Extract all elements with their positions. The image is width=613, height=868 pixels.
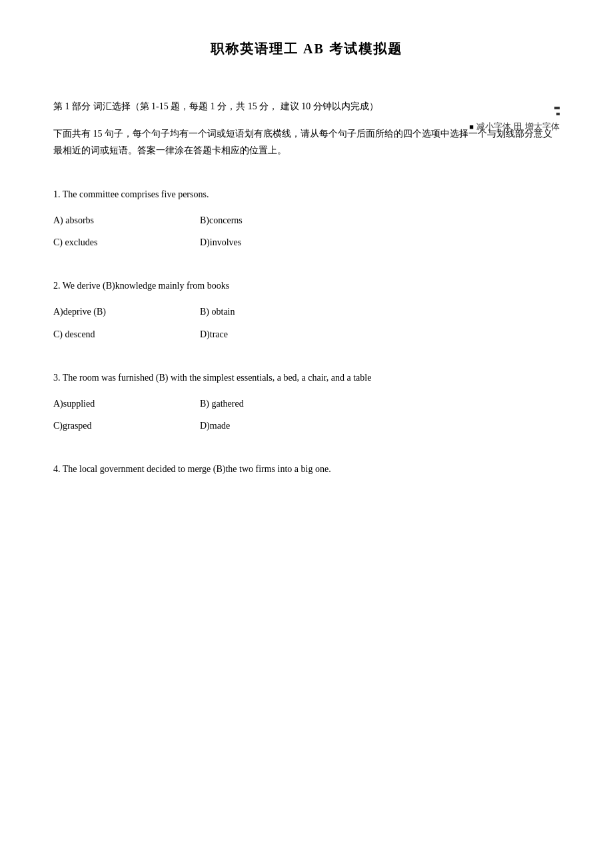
question-4-text: 4. The local government decided to merge…	[53, 461, 560, 477]
font-control-row: ■ 减小字体 田 增大字体	[469, 121, 560, 133]
question-4: 4. The local government decided to merge…	[53, 461, 560, 477]
question-2-text: 2. We derive (B)knowledge mainly from bo…	[53, 277, 560, 294]
page-title: 职称英语理工 AB 考试模拟题	[53, 40, 560, 58]
question-3-options-row2: C)grasped D)made	[53, 417, 560, 434]
question-2-option-c: C) descend	[53, 326, 160, 343]
question-2: 2. We derive (B)knowledge mainly from bo…	[53, 277, 560, 343]
question-2-option-a: A)deprive (B)	[53, 303, 160, 320]
question-2-option-b: B) obtain	[200, 303, 306, 320]
question-3-text: 3. The room was furnished (B) with the s…	[53, 369, 560, 386]
question-1-options-row2: C) excludes D)involves	[53, 234, 560, 251]
question-3-option-d: D)made	[200, 417, 306, 434]
question-2-options-row2: C) descend D)trace	[53, 326, 560, 343]
question-1-option-a: A) absorbs	[53, 212, 160, 229]
font-icon-bar2	[556, 113, 560, 115]
decrease-font-button[interactable]: 减小字体	[476, 121, 511, 133]
question-1: 1. The committee comprises five persons.…	[53, 186, 560, 251]
question-3-option-b: B) gathered	[200, 395, 306, 412]
question-3: 3. The room was furnished (B) with the s…	[53, 369, 560, 435]
question-3-option-a: A)supplied	[53, 395, 160, 412]
question-2-options-row1: A)deprive (B) B) obtain	[53, 303, 560, 320]
decrease-font-icon: ■	[469, 123, 474, 131]
question-3-options-row1: A)supplied B) gathered	[53, 395, 560, 412]
question-1-options-row1: A) absorbs B)concerns	[53, 212, 560, 229]
font-controls: ■ 减小字体 田 增大字体	[469, 107, 560, 133]
question-1-option-b: B)concerns	[200, 212, 306, 229]
increase-font-button[interactable]: 增大字体	[525, 121, 560, 133]
question-2-option-d: D)trace	[200, 326, 306, 343]
question-1-option-c: C) excludes	[53, 234, 160, 251]
question-3-option-c: C)grasped	[53, 417, 160, 434]
question-1-option-d: D)involves	[200, 234, 306, 251]
font-icon-bar1	[554, 107, 560, 109]
question-1-text: 1. The committee comprises five persons.	[53, 186, 560, 203]
